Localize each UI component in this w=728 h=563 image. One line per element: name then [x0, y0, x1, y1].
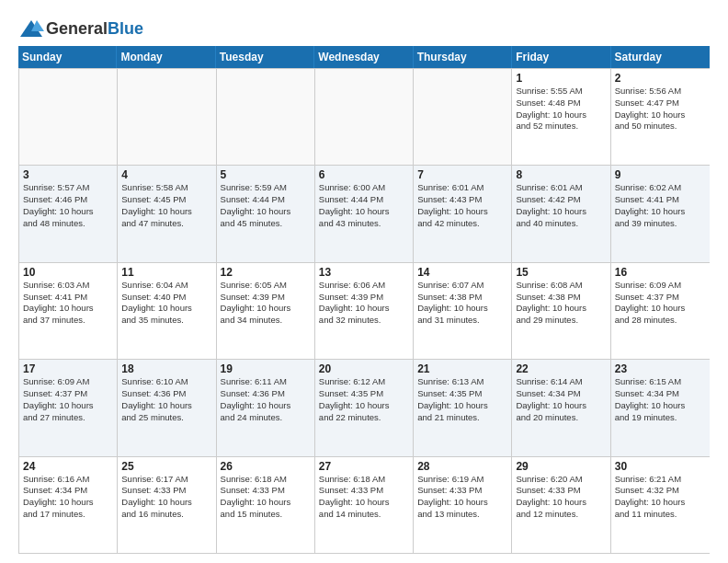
day-number: 13 [319, 266, 409, 279]
day-cell-13: 13Sunrise: 6:06 AM Sunset: 4:39 PM Dayli… [315, 263, 414, 359]
day-info: Sunrise: 6:12 AM Sunset: 4:35 PM Dayligh… [319, 376, 409, 423]
day-cell-30: 30Sunrise: 6:21 AM Sunset: 4:32 PM Dayli… [611, 457, 710, 553]
day-info: Sunrise: 6:01 AM Sunset: 4:43 PM Dayligh… [417, 182, 507, 229]
day-info: Sunrise: 6:20 AM Sunset: 4:33 PM Dayligh… [516, 474, 606, 521]
day-info: Sunrise: 6:19 AM Sunset: 4:33 PM Dayligh… [417, 474, 507, 521]
day-cell-11: 11Sunrise: 6:04 AM Sunset: 4:40 PM Dayli… [118, 263, 216, 359]
day-cell-22: 22Sunrise: 6:14 AM Sunset: 4:34 PM Dayli… [512, 360, 610, 455]
day-cell-1: 1Sunrise: 5:55 AM Sunset: 4:48 PM Daylig… [512, 69, 610, 165]
day-info: Sunrise: 6:08 AM Sunset: 4:38 PM Dayligh… [516, 280, 606, 327]
day-info: Sunrise: 5:56 AM Sunset: 4:47 PM Dayligh… [615, 86, 706, 132]
day-number: 6 [319, 168, 409, 181]
day-info: Sunrise: 6:10 AM Sunset: 4:36 PM Dayligh… [121, 376, 211, 423]
day-info: Sunrise: 6:05 AM Sunset: 4:39 PM Dayligh… [221, 280, 311, 327]
day-cell-6: 6Sunrise: 6:00 AM Sunset: 4:44 PM Daylig… [315, 166, 414, 261]
day-cell-14: 14Sunrise: 6:07 AM Sunset: 4:38 PM Dayli… [414, 263, 512, 359]
day-cell-23: 23Sunrise: 6:15 AM Sunset: 4:34 PM Dayli… [611, 360, 710, 455]
day-number: 9 [615, 168, 706, 181]
day-number: 17 [23, 362, 113, 375]
day-number: 21 [417, 362, 507, 375]
day-info: Sunrise: 6:03 AM Sunset: 4:41 PM Dayligh… [23, 280, 113, 327]
day-cell-15: 15Sunrise: 6:08 AM Sunset: 4:38 PM Dayli… [512, 263, 610, 359]
day-cell-16: 16Sunrise: 6:09 AM Sunset: 4:37 PM Dayli… [611, 263, 710, 359]
day-cell-12: 12Sunrise: 6:05 AM Sunset: 4:39 PM Dayli… [217, 263, 315, 359]
day-info: Sunrise: 6:07 AM Sunset: 4:38 PM Dayligh… [417, 280, 507, 327]
day-cell-18: 18Sunrise: 6:10 AM Sunset: 4:36 PM Dayli… [118, 360, 216, 455]
day-info: Sunrise: 6:15 AM Sunset: 4:34 PM Dayligh… [615, 376, 706, 423]
day-info: Sunrise: 6:09 AM Sunset: 4:37 PM Dayligh… [23, 376, 113, 423]
header: GeneralBlue [18, 15, 710, 39]
day-number: 14 [417, 266, 507, 279]
day-cell-17: 17Sunrise: 6:09 AM Sunset: 4:37 PM Dayli… [19, 360, 118, 455]
day-cell-7: 7Sunrise: 6:01 AM Sunset: 4:43 PM Daylig… [414, 166, 512, 261]
day-number: 19 [221, 362, 311, 375]
weekday-header-saturday: Saturday [611, 46, 710, 68]
day-cell-26: 26Sunrise: 6:18 AM Sunset: 4:33 PM Dayli… [217, 457, 315, 553]
weekday-header-sunday: Sunday [18, 46, 117, 68]
weekday-header-monday: Monday [117, 46, 215, 68]
day-number: 22 [516, 362, 606, 375]
weekday-header-friday: Friday [512, 46, 610, 68]
weekday-header-wednesday: Wednesday [314, 46, 413, 68]
logo-general: General [46, 19, 108, 38]
day-info: Sunrise: 6:18 AM Sunset: 4:33 PM Dayligh… [221, 474, 311, 521]
day-cell-29: 29Sunrise: 6:20 AM Sunset: 4:33 PM Dayli… [512, 457, 610, 553]
day-info: Sunrise: 6:09 AM Sunset: 4:37 PM Dayligh… [615, 280, 706, 327]
day-cell-24: 24Sunrise: 6:16 AM Sunset: 4:34 PM Dayli… [19, 457, 118, 553]
day-number: 24 [23, 460, 113, 473]
logo: GeneralBlue [18, 18, 143, 39]
day-info: Sunrise: 6:04 AM Sunset: 4:40 PM Dayligh… [121, 280, 211, 327]
calendar-row-3: 10Sunrise: 6:03 AM Sunset: 4:41 PM Dayli… [19, 262, 710, 359]
day-number: 7 [417, 168, 507, 181]
day-cell-28: 28Sunrise: 6:19 AM Sunset: 4:33 PM Dayli… [414, 457, 512, 553]
day-number: 3 [23, 168, 113, 181]
day-cell-21: 21Sunrise: 6:13 AM Sunset: 4:35 PM Dayli… [414, 360, 512, 455]
empty-cell [217, 69, 315, 165]
day-info: Sunrise: 5:58 AM Sunset: 4:45 PM Dayligh… [121, 182, 211, 229]
calendar-row-5: 24Sunrise: 6:16 AM Sunset: 4:34 PM Dayli… [19, 456, 710, 553]
empty-cell [414, 69, 512, 165]
day-number: 27 [319, 460, 409, 473]
calendar-row-1: 1Sunrise: 5:55 AM Sunset: 4:48 PM Daylig… [19, 68, 710, 165]
day-number: 18 [121, 362, 211, 375]
day-number: 30 [615, 460, 706, 473]
day-cell-4: 4Sunrise: 5:58 AM Sunset: 4:45 PM Daylig… [118, 166, 216, 261]
day-number: 25 [121, 460, 211, 473]
day-cell-2: 2Sunrise: 5:56 AM Sunset: 4:47 PM Daylig… [611, 69, 710, 165]
calendar: SundayMondayTuesdayWednesdayThursdayFrid… [18, 46, 710, 554]
day-cell-3: 3Sunrise: 5:57 AM Sunset: 4:46 PM Daylig… [19, 166, 118, 261]
day-number: 11 [121, 266, 211, 279]
empty-cell [118, 69, 216, 165]
day-cell-5: 5Sunrise: 5:59 AM Sunset: 4:44 PM Daylig… [217, 166, 315, 261]
day-cell-20: 20Sunrise: 6:12 AM Sunset: 4:35 PM Dayli… [315, 360, 414, 455]
day-number: 28 [417, 460, 507, 473]
day-info: Sunrise: 6:21 AM Sunset: 4:32 PM Dayligh… [615, 474, 706, 521]
weekday-header-thursday: Thursday [414, 46, 512, 68]
weekday-header-tuesday: Tuesday [216, 46, 314, 68]
day-cell-10: 10Sunrise: 6:03 AM Sunset: 4:41 PM Dayli… [19, 263, 118, 359]
day-number: 5 [221, 168, 311, 181]
day-cell-27: 27Sunrise: 6:18 AM Sunset: 4:33 PM Dayli… [315, 457, 414, 553]
calendar-header: SundayMondayTuesdayWednesdayThursdayFrid… [18, 46, 710, 68]
day-info: Sunrise: 6:14 AM Sunset: 4:34 PM Dayligh… [516, 376, 606, 423]
day-info: Sunrise: 5:55 AM Sunset: 4:48 PM Dayligh… [516, 86, 606, 132]
day-number: 12 [221, 266, 311, 279]
empty-cell [315, 69, 414, 165]
day-info: Sunrise: 6:13 AM Sunset: 4:35 PM Dayligh… [417, 376, 507, 423]
calendar-body: 1Sunrise: 5:55 AM Sunset: 4:48 PM Daylig… [18, 68, 710, 554]
day-cell-8: 8Sunrise: 6:01 AM Sunset: 4:42 PM Daylig… [512, 166, 610, 261]
logo-blue: Blue [108, 19, 143, 38]
day-info: Sunrise: 6:00 AM Sunset: 4:44 PM Dayligh… [319, 182, 409, 229]
page: GeneralBlue SundayMondayTuesdayWednesday… [0, 0, 728, 563]
day-cell-19: 19Sunrise: 6:11 AM Sunset: 4:36 PM Dayli… [217, 360, 315, 455]
day-info: Sunrise: 6:11 AM Sunset: 4:36 PM Dayligh… [221, 376, 311, 423]
day-number: 23 [615, 362, 706, 375]
day-info: Sunrise: 6:17 AM Sunset: 4:33 PM Dayligh… [121, 474, 211, 521]
empty-cell [19, 69, 118, 165]
day-info: Sunrise: 5:57 AM Sunset: 4:46 PM Dayligh… [23, 182, 113, 229]
day-info: Sunrise: 6:01 AM Sunset: 4:42 PM Dayligh… [516, 182, 606, 229]
day-number: 15 [516, 266, 606, 279]
day-number: 20 [319, 362, 409, 375]
day-number: 26 [221, 460, 311, 473]
day-number: 16 [615, 266, 706, 279]
